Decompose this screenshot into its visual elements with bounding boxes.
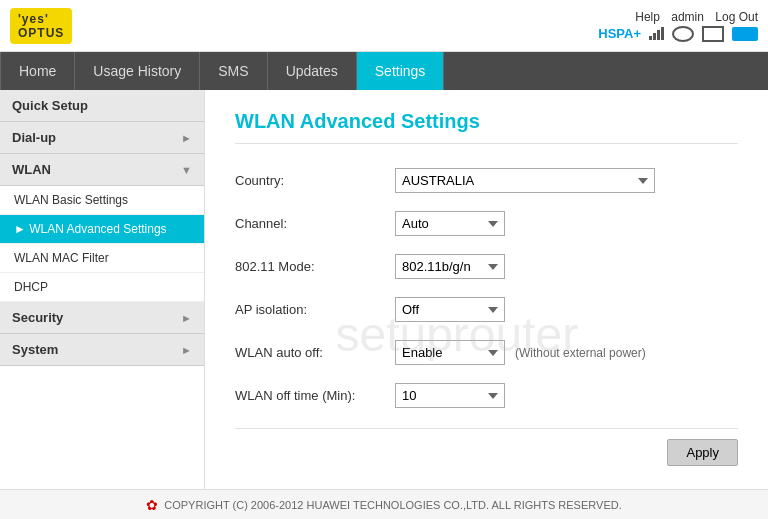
wlan-off-time-select[interactable]: 10 bbox=[395, 383, 505, 408]
security-arrow-icon: ► bbox=[181, 312, 192, 324]
main-layout: setuprouter Quick Setup Dial-up ► WLAN ▼… bbox=[0, 90, 768, 489]
wlan-advanced-label: ► WLAN Advanced Settings bbox=[14, 222, 167, 236]
dialup-arrow-icon: ► bbox=[181, 132, 192, 144]
form-row-wlan-auto-off: WLAN auto off: Enable (Without external … bbox=[235, 340, 738, 365]
nav-settings[interactable]: Settings bbox=[357, 52, 445, 90]
logo-brand: OPTUS bbox=[18, 26, 64, 40]
apply-row: Apply bbox=[235, 428, 738, 466]
wlan-auto-off-hint: (Without external power) bbox=[515, 346, 646, 360]
dhcp-label: DHCP bbox=[14, 280, 48, 294]
security-header[interactable]: Security ► bbox=[0, 302, 204, 334]
logo: 'yes' OPTUS bbox=[10, 8, 72, 44]
sidebar-item-wlan-mac[interactable]: WLAN MAC Filter bbox=[0, 244, 204, 273]
form-row-mode: 802.11 Mode: 802.11b/g/n bbox=[235, 254, 738, 279]
form-row-country: Country: AUSTRALIA bbox=[235, 168, 738, 193]
wlan-auto-off-select[interactable]: Enable bbox=[395, 340, 505, 365]
mode-label: 802.11 Mode: bbox=[235, 259, 395, 274]
quick-setup-label: Quick Setup bbox=[12, 98, 88, 113]
ap-isolation-select[interactable]: Off bbox=[395, 297, 505, 322]
dialup-label: Dial-up bbox=[12, 130, 56, 145]
page-title: WLAN Advanced Settings bbox=[235, 110, 738, 144]
security-label: Security bbox=[12, 310, 63, 325]
mode-select[interactable]: 802.11b/g/n bbox=[395, 254, 505, 279]
signal-bars-icon bbox=[649, 27, 664, 40]
sidebar-item-dhcp[interactable]: DHCP bbox=[0, 273, 204, 302]
wlan-header[interactable]: WLAN ▼ bbox=[0, 154, 204, 186]
ap-isolation-label: AP isolation: bbox=[235, 302, 395, 317]
form-row-ap-isolation: AP isolation: Off bbox=[235, 297, 738, 322]
sidebar-item-wlan-advanced[interactable]: ► WLAN Advanced Settings bbox=[0, 215, 204, 244]
logout-link[interactable]: Log Out bbox=[715, 10, 758, 24]
nav-usage-history[interactable]: Usage History bbox=[75, 52, 200, 90]
footer-flower-icon: ✿ bbox=[146, 497, 158, 513]
country-label: Country: bbox=[235, 173, 395, 188]
quick-setup-header[interactable]: Quick Setup bbox=[0, 90, 204, 122]
hspa-label: HSPA+ bbox=[598, 26, 641, 41]
help-link[interactable]: Help bbox=[635, 10, 660, 24]
system-label: System bbox=[12, 342, 58, 357]
footer: ✿ COPYRIGHT (C) 2006-2012 HUAWEI TECHNOL… bbox=[0, 489, 768, 519]
top-right: Help admin Log Out HSPA+ bbox=[598, 10, 758, 42]
logo-yes: 'yes' bbox=[18, 12, 64, 26]
wlan-arrow-icon: ▼ bbox=[181, 164, 192, 176]
sidebar-item-wlan-basic[interactable]: WLAN Basic Settings bbox=[0, 186, 204, 215]
nav-updates[interactable]: Updates bbox=[268, 52, 357, 90]
dialup-header[interactable]: Dial-up ► bbox=[0, 122, 204, 154]
monitor-icon bbox=[702, 26, 724, 42]
apply-button[interactable]: Apply bbox=[667, 439, 738, 466]
admin-link[interactable]: admin bbox=[671, 10, 704, 24]
nav-home[interactable]: Home bbox=[0, 52, 75, 90]
signal-bar: HSPA+ bbox=[598, 26, 758, 42]
sidebar: Quick Setup Dial-up ► WLAN ▼ WLAN Basic … bbox=[0, 90, 205, 489]
wlan-mac-label: WLAN MAC Filter bbox=[14, 251, 109, 265]
content-area: WLAN Advanced Settings Country: AUSTRALI… bbox=[205, 90, 768, 489]
channel-label: Channel: bbox=[235, 216, 395, 231]
nav-bar: Home Usage History SMS Updates Settings bbox=[0, 52, 768, 90]
system-arrow-icon: ► bbox=[181, 344, 192, 356]
wlan-off-time-label: WLAN off time (Min): bbox=[235, 388, 395, 403]
globe-icon bbox=[672, 26, 694, 42]
top-links: Help admin Log Out bbox=[627, 10, 758, 24]
wlan-label: WLAN bbox=[12, 162, 51, 177]
form-row-channel: Channel: Auto bbox=[235, 211, 738, 236]
footer-copyright: COPYRIGHT (C) 2006-2012 HUAWEI TECHNOLOG… bbox=[164, 499, 621, 511]
wlan-basic-label: WLAN Basic Settings bbox=[14, 193, 128, 207]
form-row-wlan-off-time: WLAN off time (Min): 10 bbox=[235, 383, 738, 408]
wlan-auto-off-label: WLAN auto off: bbox=[235, 345, 395, 360]
battery-icon bbox=[732, 27, 758, 41]
nav-sms[interactable]: SMS bbox=[200, 52, 267, 90]
system-header[interactable]: System ► bbox=[0, 334, 204, 366]
channel-select[interactable]: Auto bbox=[395, 211, 505, 236]
top-bar: 'yes' OPTUS Help admin Log Out HSPA+ bbox=[0, 0, 768, 52]
country-select[interactable]: AUSTRALIA bbox=[395, 168, 655, 193]
